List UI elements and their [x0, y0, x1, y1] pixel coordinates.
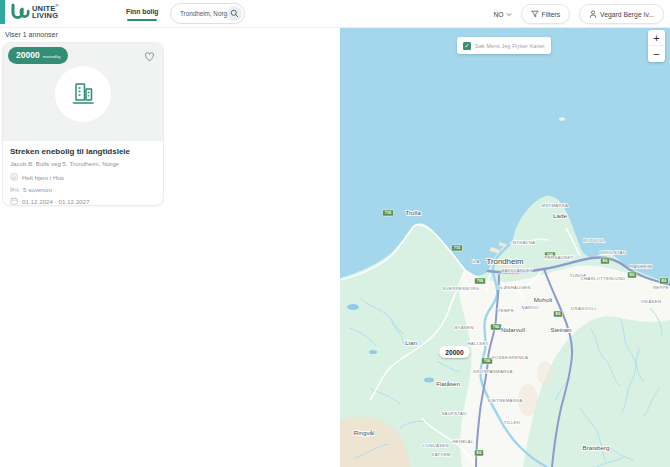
map-label: GRILLSTAD: [600, 250, 626, 255]
map-label: Nidarvoll: [501, 326, 525, 333]
attr-bedrooms-label: 5 soverom: [23, 186, 52, 193]
map-label: GLØSHAUGEN: [497, 285, 530, 290]
map-label: HALLSET: [467, 341, 488, 346]
map-label: Ringvål: [354, 429, 375, 436]
search-icon: [230, 9, 239, 18]
road-shield-label: 715: [454, 245, 461, 250]
map-label: SJETNEMARKA: [487, 398, 522, 403]
map-label: TILLER: [504, 420, 520, 425]
map-label: VIKÅSEN: [641, 299, 662, 304]
placeholder-circle: [55, 66, 111, 122]
left-edge-accent: [0, 0, 5, 24]
search-button[interactable]: [227, 6, 242, 21]
price-amount: 20000: [16, 47, 40, 64]
language-value: NO: [493, 11, 503, 18]
map-price-marker[interactable]: 20000: [439, 346, 470, 358]
road-shield-label: 706: [477, 278, 484, 283]
road-shield-label: E6: [603, 258, 609, 263]
user-account-button[interactable]: Vegard Berge Iv...: [579, 4, 664, 24]
map-label: KROPPANMARKA: [473, 369, 513, 374]
filters-button[interactable]: Filters: [521, 4, 571, 24]
map-label: Lade: [553, 212, 567, 219]
attr-type-label: Helt hjem i Hus: [22, 174, 64, 181]
road-shield-label: E6: [556, 311, 562, 316]
filter-icon: [531, 10, 539, 18]
filters-label: Filters: [542, 11, 561, 18]
search-input[interactable]: Trondheim, Norge: [170, 3, 245, 24]
map-label: PERSAUNET: [545, 255, 574, 260]
search-value: Trondheim, Norge: [180, 10, 231, 17]
map-label: BYÅSEN: [454, 325, 473, 330]
road-shield-label: E6: [630, 272, 636, 277]
road-shield-label: E6: [662, 278, 668, 283]
attr-dates-label: 01.12.2024 - 01.12.2027: [22, 198, 89, 205]
favorite-button[interactable]: [143, 49, 156, 62]
price-period: månedlig: [43, 48, 61, 65]
checkbox-checked-icon: ✓: [463, 42, 471, 50]
road-shield-label: 706: [484, 358, 491, 363]
search-as-move-label: Søk Mens Jeg Flytter Kartet: [475, 43, 545, 49]
map-label: RANHEIM: [630, 264, 652, 269]
road-shield-label: E6: [477, 450, 483, 455]
map-label: FOSSEGRENDA: [492, 355, 528, 360]
results-count: Viser 1 annonser: [5, 31, 58, 38]
map-label: Flatåsen: [436, 380, 460, 387]
map-label: Trolla: [405, 209, 421, 216]
listing-attr-bedrooms: 5 soverom: [10, 186, 156, 193]
calendar-icon: [10, 197, 18, 205]
listing-address: Jacob B. Bulls veg 5, Trondheim, Norge: [10, 160, 156, 167]
top-bar: UNITE® LIVING Finn bolig Trondheim, Norg…: [0, 0, 670, 28]
map-label: KATTEM: [432, 452, 451, 457]
map-label: ROTVOLL: [583, 238, 605, 243]
listing-attr-type: Helt hjem i Hus: [10, 173, 156, 181]
nav-finn-bolig[interactable]: Finn bolig: [126, 8, 158, 15]
map-label: TEMPE: [498, 308, 514, 313]
map-label: HEIMDAL: [452, 439, 474, 444]
road-shield-label: 715: [385, 210, 392, 215]
map-label: ØSTMARKA: [542, 203, 569, 208]
map-label: Steinan: [551, 326, 573, 333]
home-icon: [10, 173, 18, 181]
map-label: CHARLOTTENLUND: [580, 276, 625, 281]
user-label: Vegard Berge Iv...: [600, 11, 654, 18]
listing-attr-dates: 01.12.2024 - 01.12.2027: [10, 197, 156, 205]
price-badge: 20000 månedlig: [8, 47, 68, 64]
bed-icon: [10, 186, 19, 193]
logo-text: UNITE® LIVING: [32, 4, 59, 20]
map-label: Trondheim: [487, 257, 524, 266]
language-selector[interactable]: NO: [493, 11, 511, 18]
map-label: SAUPSTAD: [441, 411, 466, 416]
map-zoom-control: + −: [648, 30, 665, 62]
map-label: NYHAVNA: [513, 240, 536, 245]
map-label: NARDO: [521, 305, 538, 310]
chevron-down-icon: [506, 12, 512, 17]
unite-living-logo[interactable]: UNITE® LIVING: [10, 3, 59, 21]
map-label: REPPE: [653, 285, 669, 290]
map-label: DRAGVOLL: [571, 306, 597, 311]
buildings-icon: [68, 80, 98, 108]
heart-icon: [143, 50, 156, 63]
map-label: Moholt: [534, 296, 553, 303]
zoom-in-button[interactable]: +: [648, 30, 665, 46]
map-label: ILA: [472, 259, 479, 264]
zoom-out-button[interactable]: −: [648, 46, 665, 62]
road-shield-label: 706: [493, 324, 500, 329]
map-label: Bratsberg: [583, 444, 610, 451]
map-label: Lian: [405, 339, 417, 346]
listing-title: Streken enebolig til langtidsleie: [10, 147, 156, 156]
map-base: 715715706706E6E6E6E6706706E6 TrollaØSTMA…: [340, 28, 670, 467]
logo-mark-icon: [10, 3, 30, 21]
map-label: SVERRESBORG: [443, 286, 480, 291]
listing-card[interactable]: 20000 månedlig Streken enebolig til lang…: [2, 42, 164, 206]
map-label: LUNDÅSEN: [423, 443, 449, 448]
listing-image-placeholder: 20000 månedlig: [3, 43, 163, 141]
search-as-move-toggle[interactable]: ✓ Søk Mens Jeg Flytter Kartet: [457, 37, 551, 54]
map-canvas[interactable]: 715715706706E6E6E6E6706706E6 TrollaØSTMA…: [340, 28, 670, 467]
results-panel: Viser 1 annonser 20000 månedlig: [0, 28, 340, 467]
person-icon: [589, 10, 597, 19]
map-label: BAKKLANDET: [501, 268, 532, 273]
